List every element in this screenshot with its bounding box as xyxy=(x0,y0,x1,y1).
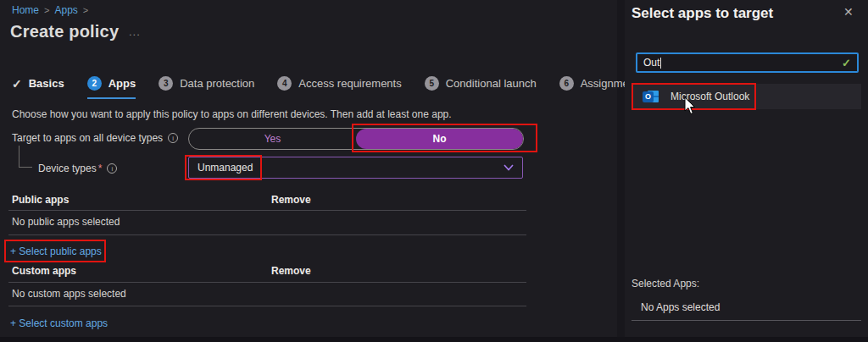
select-public-apps-link[interactable]: + Select public apps xyxy=(10,245,102,257)
info-icon[interactable]: i xyxy=(107,163,117,174)
tab-apps[interactable]: 2 Apps xyxy=(87,76,136,99)
app-result-label: Microsoft Outlook xyxy=(670,91,749,102)
public-apps-header: Public apps xyxy=(12,194,69,206)
device-types-label: Device types* i xyxy=(38,163,117,174)
step-number-badge: 4 xyxy=(277,76,292,91)
divider xyxy=(8,306,526,306)
mouse-cursor xyxy=(684,97,696,115)
tab-label: Conditional launch xyxy=(446,77,537,90)
app-search-input[interactable]: Out ✓ xyxy=(636,52,859,73)
step-number-badge: 6 xyxy=(559,76,574,91)
target-all-devices-label: Target to apps on all device types i xyxy=(12,132,178,144)
required-asterisk: * xyxy=(98,163,103,174)
public-apps-remove-header: Remove xyxy=(271,194,311,206)
divider xyxy=(632,320,861,321)
label-text: Device types* xyxy=(38,163,102,174)
select-custom-apps-link[interactable]: + Select custom apps xyxy=(10,317,108,329)
breadcrumb-separator: > xyxy=(83,5,88,15)
breadcrumb-apps-link[interactable]: Apps xyxy=(54,4,77,16)
selected-apps-label: Selected Apps: xyxy=(632,278,699,290)
step-number-badge: 5 xyxy=(425,76,439,91)
app-result-microsoft-outlook[interactable]: O Microsoft Outlook xyxy=(632,84,861,109)
breadcrumb-separator: > xyxy=(44,5,49,15)
tree-connector-line xyxy=(19,146,32,168)
close-icon[interactable]: ✕ xyxy=(843,5,854,19)
tab-conditional-launch[interactable]: 5 Conditional launch xyxy=(425,76,537,99)
more-actions-button[interactable]: ... xyxy=(129,25,141,38)
divider xyxy=(8,282,526,283)
search-valid-check-icon: ✓ xyxy=(842,57,851,69)
step-number-badge: 3 xyxy=(159,76,173,91)
tab-access-requirements[interactable]: 4 Access requirements xyxy=(277,76,401,99)
tab-basics[interactable]: ✓ Basics xyxy=(12,77,64,99)
panel-title: Select apps to target xyxy=(632,5,773,22)
tab-label: Access requirements xyxy=(298,77,401,90)
tab-label: Apps xyxy=(108,77,136,90)
search-input-value: Out xyxy=(643,57,659,69)
target-all-devices-toggle[interactable]: Yes No xyxy=(188,128,524,150)
breadcrumb: Home>Apps> xyxy=(12,4,93,16)
label-text: Target to apps on all device types xyxy=(12,132,163,144)
breadcrumb-home-link[interactable]: Home xyxy=(12,4,39,16)
select-apps-panel: Select apps to target ✕ Out ✓ O Microsof… xyxy=(625,0,868,342)
dropdown-selected-value: Unmanaged xyxy=(198,162,504,174)
page-title: Create policy xyxy=(10,22,119,41)
bottom-edge-strip xyxy=(0,337,868,342)
selected-apps-empty-text: No Apps selected xyxy=(641,301,720,313)
tab-label: Data protection xyxy=(180,77,254,90)
divider xyxy=(8,234,526,235)
step-number-badge: 2 xyxy=(87,76,102,91)
public-apps-empty-text: No public apps selected xyxy=(12,216,120,228)
create-policy-page: Home>Apps> Create policy ... ✓ Basics 2 … xyxy=(0,0,617,342)
divider xyxy=(8,210,526,211)
chevron-down-icon xyxy=(504,164,514,171)
page-description: Choose how you want to apply this policy… xyxy=(12,108,452,120)
text-caret xyxy=(660,58,661,69)
tab-label: Basics xyxy=(29,77,64,90)
toggle-no-option[interactable]: No xyxy=(356,129,523,149)
checkmark-icon: ✓ xyxy=(12,77,22,91)
device-types-dropdown[interactable]: Unmanaged xyxy=(188,157,523,179)
custom-apps-header: Custom apps xyxy=(12,265,76,277)
custom-apps-empty-text: No custom apps selected xyxy=(12,288,126,300)
info-icon[interactable]: i xyxy=(168,133,178,143)
tab-data-protection[interactable]: 3 Data protection xyxy=(159,76,254,99)
toggle-yes-option[interactable]: Yes xyxy=(189,129,356,149)
outlook-icon: O xyxy=(643,90,659,104)
custom-apps-remove-header: Remove xyxy=(271,265,311,277)
wizard-steps: ✓ Basics 2 Apps 3 Data protection 4 Acce… xyxy=(12,76,724,99)
